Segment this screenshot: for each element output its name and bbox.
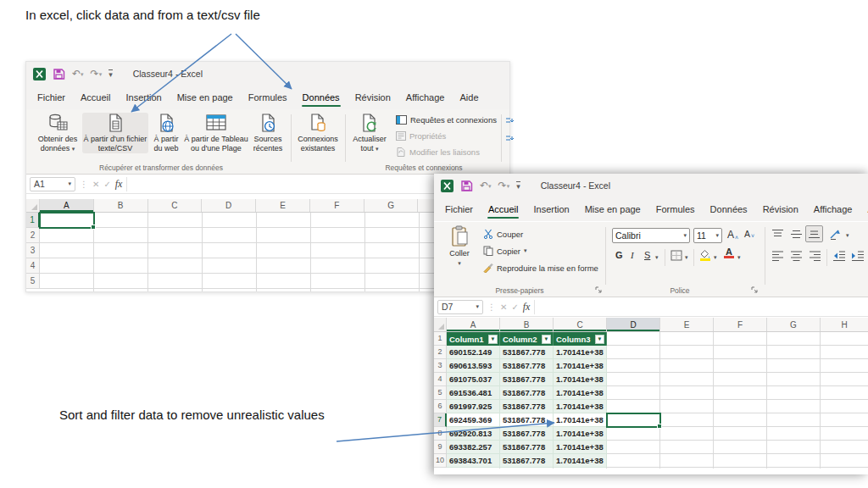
filter-dropdown-icon[interactable]: ▾	[542, 335, 551, 344]
cell-a4[interactable]: 691075.037	[447, 373, 500, 386]
tab-revision[interactable]: Révision	[755, 197, 806, 221]
from-text-csv-button[interactable]: À partir d'un fichier texte/CSV	[82, 113, 148, 153]
cell-c6[interactable]: 1.70141e+38	[554, 400, 607, 413]
cell-a5[interactable]: 691536.481	[447, 386, 500, 400]
tab-affichage[interactable]: Affichage	[398, 86, 453, 109]
refresh-all-button[interactable]: Actualiser tout ▾	[348, 113, 391, 153]
cell-c10[interactable]: 1.70141e+38	[554, 454, 607, 468]
chevron-down-icon[interactable]: ▾	[846, 232, 849, 239]
tab-revision[interactable]: Révision	[348, 86, 398, 109]
font-color-button[interactable]: A	[724, 248, 734, 258]
italic-button[interactable]: I	[631, 250, 634, 260]
chevron-down-icon[interactable]: ▾	[714, 254, 717, 261]
column-header-a[interactable]: A	[40, 199, 94, 212]
row-header-5[interactable]: 5	[26, 274, 40, 289]
cell-c5[interactable]: 1.70141e+38	[554, 386, 607, 400]
cell-a7[interactable]: 692459.369	[447, 413, 500, 427]
tab-donnees-active[interactable]: Données	[295, 86, 348, 109]
table-header-column2[interactable]: Column2▾	[500, 332, 554, 346]
resize-dots-icon[interactable]: ⋮	[80, 180, 88, 189]
redo-icon[interactable]: ↷▾	[91, 69, 103, 79]
column-header-b[interactable]: B	[500, 318, 554, 331]
insert-function-icon[interactable]: fx	[115, 178, 123, 191]
column-header-a[interactable]: A	[447, 318, 500, 331]
column-header-c[interactable]: C	[148, 199, 203, 212]
tab-mise-en-page[interactable]: Mise en page	[577, 197, 648, 221]
row-header-10[interactable]: 10	[434, 454, 447, 468]
existing-connections-button[interactable]: Connexions existantes	[294, 113, 342, 153]
get-data-button[interactable]: Obtenir des données ▾	[33, 113, 82, 153]
row-header-3[interactable]: 3	[26, 243, 40, 258]
paste-button[interactable]: Coller▾	[442, 225, 476, 268]
resize-dots-icon[interactable]: ⋮	[487, 302, 496, 312]
decrease-indent-icon[interactable]	[832, 250, 846, 261]
column-header-d[interactable]: D	[607, 318, 660, 331]
cell-b10[interactable]: 531867.778	[500, 454, 554, 468]
tab-fichier[interactable]: Fichier	[30, 86, 73, 109]
undo-icon[interactable]: ↶▾	[72, 69, 84, 79]
align-bottom-selected[interactable]	[805, 225, 823, 242]
row-header-4[interactable]: 4	[434, 373, 447, 386]
row-header-2[interactable]: 2	[26, 228, 40, 243]
cell-b2[interactable]: 531867.778	[500, 346, 554, 359]
column-header-f[interactable]: F	[310, 199, 364, 212]
column-header-g[interactable]: G	[767, 318, 821, 331]
cell-b3[interactable]: 531867.778	[500, 359, 554, 373]
font-size-combobox[interactable]: 11 ▾	[693, 228, 722, 243]
cell-b6[interactable]: 531867.778	[500, 400, 554, 413]
tab-formules[interactable]: Formules	[648, 197, 703, 221]
grow-font-button[interactable]: A˄	[727, 229, 738, 241]
cell-b5[interactable]: 531867.778	[500, 386, 554, 400]
column-header-h[interactable]: H	[821, 318, 868, 331]
table-header-column1[interactable]: Column1▾	[447, 332, 500, 346]
clipboard-dialog-launcher-icon[interactable]	[595, 286, 603, 294]
sort-az-icons[interactable]	[504, 116, 515, 150]
tab-insertion[interactable]: Insertion	[118, 86, 169, 109]
name-box[interactable]: D7▾	[437, 300, 483, 314]
tab-aide[interactable]: Aide	[860, 197, 868, 221]
column-header-b[interactable]: B	[94, 199, 148, 212]
cell-c3[interactable]: 1.70141e+38	[554, 359, 607, 373]
row-header-4[interactable]: 4	[26, 258, 40, 274]
save-icon[interactable]	[460, 180, 473, 192]
tab-formules[interactable]: Formules	[241, 86, 295, 109]
cell-a10[interactable]: 693843.701	[447, 454, 500, 468]
tab-insertion[interactable]: Insertion	[526, 197, 576, 221]
font-dialog-launcher-icon[interactable]	[751, 286, 759, 294]
align-left-icon[interactable]	[771, 250, 784, 261]
row-header-1[interactable]: 1	[434, 332, 447, 346]
bold-button[interactable]: G	[615, 250, 623, 260]
save-icon[interactable]	[53, 68, 65, 80]
column-header-e[interactable]: E	[660, 318, 714, 331]
tab-mise-en-page[interactable]: Mise en page	[170, 86, 241, 109]
column-header-f[interactable]: F	[714, 318, 767, 331]
cell-c4[interactable]: 1.70141e+38	[554, 373, 607, 386]
table-header-column3[interactable]: Column3▾	[554, 332, 607, 346]
cell-c8[interactable]: 1.70141e+38	[554, 427, 607, 441]
cell-a2[interactable]: 690152.149	[447, 346, 500, 359]
shrink-font-button[interactable]: A˅	[744, 229, 754, 239]
align-center-icon[interactable]	[790, 250, 803, 261]
column-header-c[interactable]: C	[554, 318, 607, 331]
tab-accueil-active[interactable]: Accueil	[481, 197, 526, 221]
select-all-corner[interactable]	[434, 318, 447, 331]
undo-icon[interactable]: ↶▾	[480, 180, 492, 191]
from-web-button[interactable]: À partir du web	[150, 113, 182, 153]
tab-affichage[interactable]: Affichage	[806, 197, 860, 221]
column-header-d[interactable]: D	[202, 199, 256, 212]
row-header-7[interactable]: 7	[434, 413, 447, 427]
font-name-combobox[interactable]: Calibri ▾	[612, 228, 690, 243]
formula-input[interactable]	[534, 300, 866, 314]
row-header-6[interactable]: 6	[434, 400, 447, 413]
cell-b8[interactable]: 531867.778	[500, 427, 554, 441]
copy-button[interactable]: Copier ▾	[483, 246, 527, 256]
cell-a6[interactable]: 691997.925	[447, 400, 500, 413]
cell-c7[interactable]: 1.70141e+38	[554, 413, 607, 427]
borders-icon[interactable]	[670, 250, 682, 261]
cell-b4[interactable]: 531867.778	[500, 373, 554, 386]
column-header-g[interactable]: G	[364, 199, 419, 212]
fill-color-icon[interactable]	[699, 249, 711, 261]
tab-aide[interactable]: Aide	[452, 86, 486, 109]
cell-b7[interactable]: 531867.778	[500, 413, 554, 427]
chevron-down-icon[interactable]: ▾	[685, 254, 688, 261]
